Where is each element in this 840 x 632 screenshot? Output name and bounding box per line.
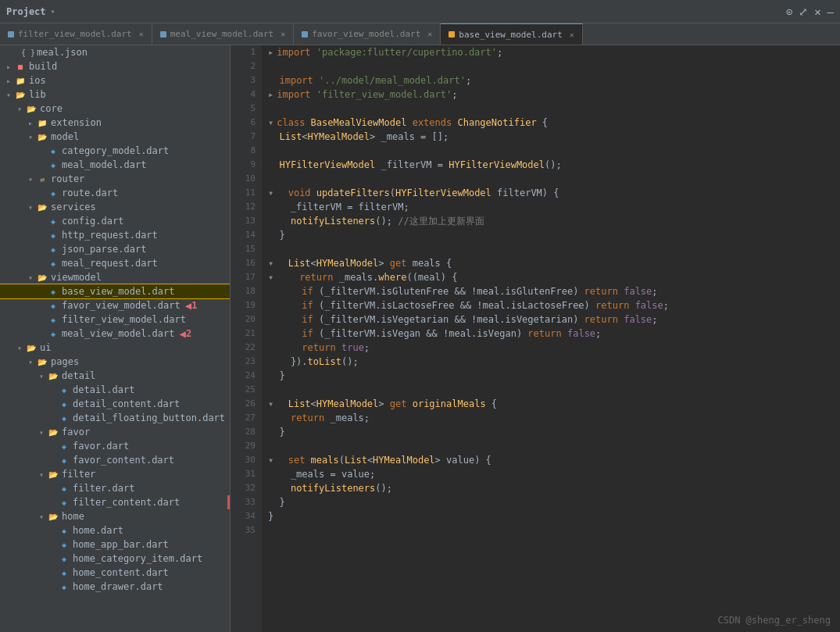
list-item[interactable]: ◈ category_model.dart	[0, 144, 230, 158]
list-item[interactable]: ▸ ■ build	[0, 59, 230, 73]
list-item[interactable]: ▾ 📂 home	[0, 509, 230, 523]
list-item[interactable]: ◈ meal_view_model.dart ◀ 2	[0, 327, 230, 341]
list-item[interactable]: ◈ favor_view_model.dart ◀ 1	[0, 298, 230, 312]
line-num: 35	[237, 523, 256, 537]
code-line: }).toList();	[268, 355, 840, 369]
line-num: 24	[237, 369, 256, 383]
list-item[interactable]: ▾ ⇌ router	[0, 172, 230, 186]
list-item[interactable]: ◈ home_category_item.dart	[0, 552, 230, 566]
list-item[interactable]: ◈ filter_content.dart	[0, 495, 230, 509]
folder-icon: 📂	[47, 370, 59, 382]
tab-label-favor: favor_view_model.dart	[312, 29, 420, 39]
dart-icon: ◈	[58, 482, 70, 495]
code-editor[interactable]: 1 2 3 4 5 6 7 8 9 10 11 12 13 14 15 16 1…	[231, 45, 840, 632]
list-item[interactable]: ◈ filter_view_model.dart	[0, 312, 230, 327]
json-icon: { }	[22, 46, 34, 59]
line-num: 34	[237, 509, 256, 523]
file-label: home_app_bar.dart	[73, 539, 169, 550]
tab-close-favor[interactable]: ✕	[427, 30, 432, 38]
list-item[interactable]: ◈ json_parse.dart	[0, 242, 230, 256]
file-label: filter_view_model.dart	[62, 314, 186, 325]
dart-icon: ◈	[58, 440, 70, 452]
minus-icon[interactable]: —	[827, 5, 834, 18]
arrow-icon: ▸	[3, 62, 14, 71]
settings-icon[interactable]: ✕	[814, 5, 820, 18]
code-line: }	[268, 509, 840, 523]
tab-meal-view-model[interactable]: meal_view_model.dart ✕	[152, 23, 294, 45]
code-line: if (_filterVM.isVegan && !meal.isVegan) …	[268, 327, 840, 341]
folder-icon: 📁	[36, 116, 48, 129]
list-item[interactable]: ◈ favor.dart	[0, 439, 230, 453]
line-num: 17	[237, 270, 256, 284]
list-item[interactable]: ◈ home.dart	[0, 523, 230, 537]
tab-filter-view-model[interactable]: filter_view_model.dart ✕	[0, 23, 152, 45]
list-item[interactable]: ▸ 📁 extension	[0, 116, 230, 130]
tab-close-meal[interactable]: ✕	[281, 30, 285, 38]
top-bar-icons: ⊙ ⤢ ✕ —	[786, 5, 834, 18]
list-item[interactable]: ▾ 📂 ui	[0, 341, 230, 355]
list-item[interactable]: ◈ route.dart	[0, 186, 230, 200]
list-item[interactable]: ◈ home_drawer.dart	[0, 580, 230, 594]
project-chevron[interactable]: ▾	[51, 7, 55, 16]
list-item[interactable]: ◈ meal_request.dart	[0, 256, 230, 270]
tab-close-base[interactable]: ✕	[570, 30, 574, 39]
list-item[interactable]: ▾ 📂 core	[0, 102, 230, 116]
line-num: 8	[237, 144, 256, 158]
code-line: }	[268, 425, 840, 439]
list-item[interactable]: ◈ config.dart	[0, 214, 230, 228]
arrow-icon: ▸	[25, 119, 36, 127]
folder-icon: 📂	[25, 102, 38, 115]
tab-favor-view-model[interactable]: favor_view_model.dart ✕	[294, 23, 441, 45]
list-item[interactable]: ◈ detail_floating_button.dart	[0, 411, 230, 425]
list-item[interactable]: ◈ home_app_bar.dart	[0, 537, 230, 552]
dart-icon: ◈	[47, 187, 59, 199]
list-item[interactable]: ◈ detail_content.dart	[0, 397, 230, 411]
line-num: 5	[237, 102, 256, 116]
dart-icon: ◈	[58, 580, 70, 593]
line-num: 10	[237, 172, 256, 186]
line-num: 31	[237, 467, 256, 481]
build-icon: ■	[14, 60, 27, 73]
line-num: 26	[237, 397, 256, 411]
list-item[interactable]: ▸ 📁 ios	[0, 73, 230, 87]
expand-icon[interactable]: ⤢	[799, 5, 808, 18]
list-item[interactable]: ◈ meal_model.dart	[0, 158, 230, 172]
list-item[interactable]: ▾ 📂 pages	[0, 355, 230, 369]
folder-label: detail	[62, 370, 95, 381]
arrow-icon: ▾	[25, 133, 36, 141]
code-line	[268, 144, 840, 158]
list-item[interactable]: ▾ 📂 viewmodel	[0, 270, 230, 284]
line-num: 11	[237, 186, 256, 200]
folder-icon: 📂	[36, 130, 48, 143]
list-item[interactable]: ▾ 📂 detail	[0, 369, 230, 383]
file-label: json_parse.dart	[62, 244, 146, 255]
line-num: 15	[237, 242, 256, 256]
list-item[interactable]: ▾ 📂 model	[0, 130, 230, 144]
list-item[interactable]: ▾ 📂 services	[0, 200, 230, 214]
code-line: List<HYMealModel> _meals = [];	[268, 130, 840, 144]
list-item[interactable]: { } meal.json	[0, 45, 230, 59]
lib-icon: 📂	[14, 88, 27, 101]
dart-icon: ◈	[58, 412, 70, 424]
list-item[interactable]: ◈ home_content.dart	[0, 566, 230, 580]
file-label: filter.dart	[73, 483, 134, 494]
list-item[interactable]: ◈ http_request.dart	[0, 228, 230, 242]
arrow-icon: ▾	[36, 470, 47, 479]
list-item[interactable]: ◈ filter.dart	[0, 481, 230, 495]
list-item[interactable]: ◈ detail.dart	[0, 383, 230, 397]
line-num: 23	[237, 355, 256, 369]
tab-base-view-model[interactable]: base_view_model.dart ✕	[441, 23, 582, 45]
tab-close-filter[interactable]: ✕	[139, 30, 144, 38]
target-icon[interactable]: ⊙	[786, 5, 792, 18]
list-item[interactable]: ◈ base_view_model.dart	[0, 284, 230, 298]
folder-label: home	[62, 511, 84, 522]
code-line	[268, 439, 840, 453]
list-item[interactable]: ◈ favor_content.dart	[0, 453, 230, 467]
file-label: detail_content.dart	[73, 398, 180, 409]
arrow-icon: ▾	[14, 105, 25, 113]
list-item[interactable]: ▾ 📂 favor	[0, 425, 230, 439]
code-line: if (_filterVM.isLactoseFree && !meal.isL…	[268, 298, 840, 312]
list-item[interactable]: ▾ 📂 filter	[0, 467, 230, 481]
code-line: notifyListeners(); //这里加上更新界面	[268, 214, 840, 228]
list-item[interactable]: ▾ 📂 lib	[0, 87, 230, 102]
